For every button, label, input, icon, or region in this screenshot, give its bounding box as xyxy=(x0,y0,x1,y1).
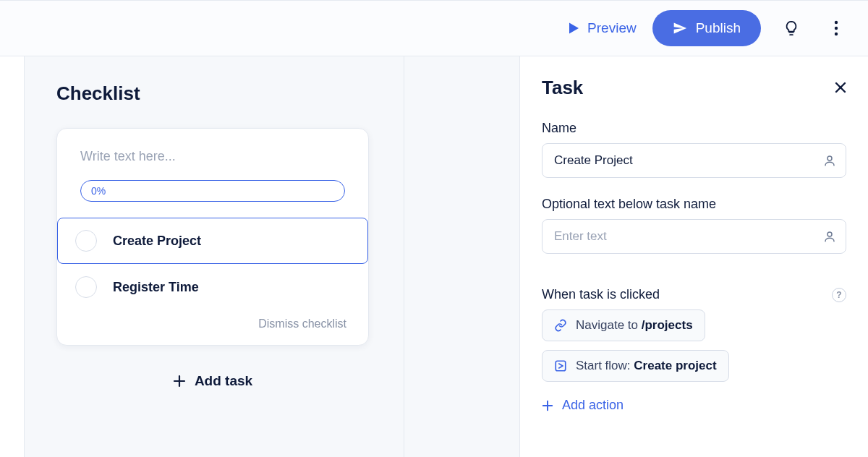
when-clicked-text: When task is clicked xyxy=(542,287,660,302)
lightbulb-icon xyxy=(783,20,799,36)
canvas: Checklist Write text here... 0% Create P… xyxy=(25,56,404,457)
progress-wrap: 0% xyxy=(57,180,368,218)
personalize-button[interactable] xyxy=(823,230,836,243)
progress-pill: 0% xyxy=(80,180,345,202)
svg-point-0 xyxy=(835,21,838,24)
publish-label: Publish xyxy=(696,20,741,36)
action-start-flow[interactable]: Start flow: Create project xyxy=(542,350,729,382)
svg-rect-9 xyxy=(556,361,566,371)
task-row-create-project[interactable]: Create Project xyxy=(57,218,368,264)
add-task-button[interactable]: Add task xyxy=(56,373,369,389)
progress-value: 0% xyxy=(91,185,106,197)
name-input-row xyxy=(542,143,846,178)
send-icon xyxy=(673,21,687,35)
close-icon xyxy=(835,82,846,93)
tips-button[interactable] xyxy=(777,14,806,43)
action-text: Start flow: Create project xyxy=(576,359,717,373)
publish-button[interactable]: Publish xyxy=(652,10,761,46)
svg-point-2 xyxy=(835,33,838,35)
personalize-button[interactable] xyxy=(823,154,836,167)
plus-icon xyxy=(542,400,553,411)
task-label: Create Project xyxy=(113,234,201,249)
task-checkbox[interactable] xyxy=(75,276,97,298)
task-row-register-time[interactable]: Register Time xyxy=(57,264,368,310)
optional-input-row xyxy=(542,219,846,254)
more-menu-button[interactable] xyxy=(822,14,851,43)
plus-icon xyxy=(173,375,186,388)
add-action-button[interactable]: Add action xyxy=(542,398,624,413)
action-navigate[interactable]: Navigate to /projects xyxy=(542,309,705,341)
preview-label: Preview xyxy=(587,20,637,36)
when-clicked-label: When task is clicked ? xyxy=(542,287,846,302)
panel-title: Task xyxy=(542,77,583,99)
action-text: Navigate to /projects xyxy=(576,318,693,333)
name-label: Name xyxy=(542,121,846,136)
main-area: Checklist Write text here... 0% Create P… xyxy=(0,56,868,457)
task-label: Register Time xyxy=(113,280,199,295)
close-panel-button[interactable] xyxy=(835,79,846,98)
play-icon xyxy=(569,22,580,35)
checklist-card: Write text here... 0% Create Project Reg… xyxy=(56,128,369,346)
optional-label: Optional text below task name xyxy=(542,197,846,212)
svg-point-7 xyxy=(827,156,832,161)
flow-icon xyxy=(554,359,567,372)
checklist-intro-placeholder[interactable]: Write text here... xyxy=(57,149,368,180)
left-rail xyxy=(0,56,25,457)
more-vertical-icon xyxy=(834,20,838,36)
help-icon[interactable]: ? xyxy=(832,288,846,302)
task-panel: Task Name Optional text below task name … xyxy=(519,56,868,457)
svg-point-1 xyxy=(835,27,838,30)
add-task-label: Add task xyxy=(195,373,252,389)
checklist-heading: Checklist xyxy=(56,82,372,105)
topbar: Preview Publish xyxy=(0,0,868,56)
name-input[interactable] xyxy=(542,143,846,178)
user-icon xyxy=(823,154,836,167)
optional-input[interactable] xyxy=(542,219,846,254)
preview-button[interactable]: Preview xyxy=(569,20,637,36)
dismiss-checklist[interactable]: Dismiss checklist xyxy=(57,310,368,330)
user-icon xyxy=(823,230,836,243)
panel-header: Task xyxy=(542,77,846,99)
svg-point-8 xyxy=(827,232,832,236)
task-checkbox[interactable] xyxy=(75,230,97,252)
link-icon xyxy=(554,319,567,332)
canvas-right-gutter xyxy=(404,56,519,457)
add-action-label: Add action xyxy=(562,398,624,413)
